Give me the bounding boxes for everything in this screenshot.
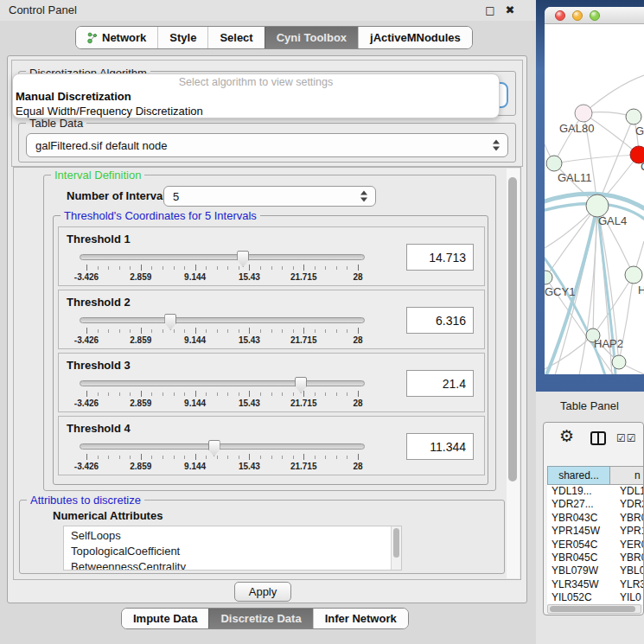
slider-tick-label: -3.426 bbox=[74, 335, 99, 345]
intervals-combo-value: 5 bbox=[173, 187, 179, 206]
tab-discretize-data[interactable]: Discretize Data bbox=[208, 609, 312, 628]
network-node-gcy1[interactable] bbox=[545, 271, 552, 284]
slider-tick-label: 9.144 bbox=[184, 399, 206, 408]
close-icon[interactable]: ✖ bbox=[502, 3, 518, 18]
tick-mark bbox=[206, 266, 207, 270]
slider-track[interactable] bbox=[80, 317, 365, 323]
tick-mark bbox=[239, 329, 239, 333]
table-row[interactable]: YDR27...YDR2 bbox=[547, 498, 644, 511]
tick-mark bbox=[260, 456, 261, 459]
table-row[interactable]: YDL19...YDL1 bbox=[547, 485, 644, 498]
table-row[interactable]: YLR345WYLR3 bbox=[547, 578, 644, 591]
network-node-ga[interactable] bbox=[626, 109, 641, 124]
attribute-item-betweennesscentrality[interactable]: BetweennessCentrality bbox=[64, 559, 401, 571]
column-header-shared-name[interactable]: shared... bbox=[547, 466, 610, 485]
threshold-value-input[interactable] bbox=[406, 370, 474, 397]
tab-jactivemnodules[interactable]: jActiveMNodules bbox=[358, 27, 472, 48]
table-row[interactable]: YIL052CYIL0 bbox=[547, 591, 644, 604]
attribute-item-topologicalcoefficient[interactable]: TopologicalCoefficient bbox=[64, 544, 401, 559]
node-table: ⚙ ☑☑ shared... n YDL19...YDL1YDR27...YDR… bbox=[543, 422, 644, 615]
network-view-window: GAL80GACGAL11GAL4GCY1HHAP2 bbox=[536, 0, 644, 392]
horizontal-scrollbar[interactable] bbox=[547, 604, 641, 614]
slider-track[interactable] bbox=[80, 254, 365, 260]
tab-impute-data[interactable]: Impute Data bbox=[122, 609, 208, 628]
tab-style[interactable]: Style bbox=[157, 27, 207, 48]
slider-tick-label: 15.43 bbox=[239, 399, 260, 408]
table-row[interactable]: YER054CYER0 bbox=[547, 539, 644, 552]
combo-stepper-icon[interactable] bbox=[493, 140, 501, 151]
group-title: Attributes to discretize bbox=[27, 494, 144, 507]
network-node-label: GA bbox=[635, 124, 644, 137]
apply-button[interactable]: Apply bbox=[234, 582, 291, 602]
tab-cyni-toolbox[interactable]: Cyni Toolbox bbox=[265, 27, 358, 48]
vertical-scrollbar[interactable] bbox=[507, 169, 520, 578]
scrollbar-thumb[interactable] bbox=[550, 606, 635, 612]
threshold-value-input[interactable] bbox=[406, 244, 474, 271]
table-row[interactable]: YBL079WYBL0 bbox=[547, 564, 644, 577]
table-row[interactable]: YBR043CYBR0 bbox=[547, 512, 644, 525]
table-row[interactable]: YPR145WYPR1 bbox=[547, 525, 644, 538]
network-edge bbox=[583, 75, 644, 113]
tick-mark bbox=[217, 266, 218, 270]
tick-mark bbox=[293, 456, 294, 459]
tab-infer-network[interactable]: Infer Network bbox=[313, 609, 408, 628]
dropdown-option-manual-discretization[interactable]: Manual Discretization bbox=[13, 90, 499, 105]
threshold-value-input[interactable] bbox=[406, 307, 474, 334]
split-columns-icon[interactable] bbox=[590, 431, 606, 445]
network-node-gal80[interactable] bbox=[575, 105, 592, 122]
slider-tick-labels: -3.4262.8599.14415.4321.71528 bbox=[80, 335, 365, 346]
slider-track[interactable] bbox=[80, 380, 365, 386]
float-window-icon[interactable]: □ bbox=[482, 3, 498, 18]
table-cell-shared-name: YDR27... bbox=[547, 498, 610, 511]
network-window-titlebar[interactable] bbox=[545, 7, 644, 24]
tick-mark bbox=[303, 328, 304, 334]
column-checkboxes-icon[interactable]: ☑☑ bbox=[616, 432, 637, 444]
slider-ticks bbox=[80, 454, 365, 461]
threshold-value-input[interactable] bbox=[406, 433, 474, 460]
network-node-unlabeled[interactable] bbox=[612, 355, 626, 369]
minimize-window-button[interactable] bbox=[572, 10, 583, 21]
network-canvas[interactable]: GAL80GACGAL11GAL4GCY1HHAP2 bbox=[545, 25, 644, 374]
tick-mark bbox=[141, 265, 142, 271]
table-cell-name: YPR1 bbox=[610, 525, 644, 538]
combo-stepper-icon[interactable] bbox=[360, 191, 368, 202]
table-header-row: shared... n bbox=[547, 466, 644, 485]
attributes-list[interactable]: SelfLoopsTopologicalCoefficientBetweenne… bbox=[63, 526, 402, 571]
tick-mark bbox=[282, 392, 283, 396]
threshold-panel: Threshold 2 -3.4262.8599.14415.4321.7152… bbox=[58, 290, 485, 349]
tick-mark bbox=[293, 329, 294, 333]
table-data-combo-value: galFiltered.sif default node bbox=[35, 134, 167, 156]
table-panel: Table Panel ⚙ ☑☑ shared... n YDL19...YDL… bbox=[536, 392, 644, 644]
tick-mark bbox=[325, 329, 326, 333]
settings-gear-icon[interactable]: ⚙ bbox=[559, 428, 574, 444]
settings-scroll-pane: Interval Definition Number of Intervals … bbox=[13, 167, 521, 580]
scrollbar-thumb[interactable] bbox=[393, 528, 399, 558]
network-node-gal11[interactable] bbox=[546, 156, 562, 171]
tab-network[interactable]: Network bbox=[76, 27, 157, 48]
column-header-name[interactable]: n bbox=[610, 466, 644, 485]
close-window-button[interactable] bbox=[555, 10, 565, 21]
threshold-label: Threshold 2 bbox=[67, 296, 131, 309]
tick-mark bbox=[315, 266, 316, 270]
list-scrollbar[interactable] bbox=[391, 526, 401, 570]
slider-track[interactable] bbox=[80, 443, 365, 450]
number-of-intervals-combo[interactable]: 5 bbox=[163, 186, 376, 207]
table-row[interactable]: YBR045CYBR0 bbox=[547, 552, 644, 564]
tick-mark bbox=[227, 392, 228, 396]
table-panel-title: Table Panel bbox=[560, 399, 619, 412]
tick-mark bbox=[325, 266, 326, 270]
dropdown-option-equal-width-frequency[interactable]: Equal Width/Frequency Discretization bbox=[13, 105, 499, 119]
scrollbar-thumb[interactable] bbox=[508, 177, 517, 481]
slider-tick-label: -3.426 bbox=[74, 272, 99, 282]
attribute-item-selfloops[interactable]: SelfLoops bbox=[64, 528, 401, 544]
tick-mark bbox=[239, 392, 239, 396]
tick-mark bbox=[282, 266, 283, 270]
table-data-combo[interactable]: galFiltered.sif default node bbox=[26, 133, 508, 157]
tick-mark bbox=[347, 329, 348, 333]
group-title: Threshold's Coordinates for 5 Intervals bbox=[61, 209, 260, 222]
slider-tick-label: 21.715 bbox=[290, 462, 317, 471]
tab-select[interactable]: Select bbox=[207, 27, 264, 48]
network-node-h[interactable] bbox=[625, 266, 642, 284]
tick-mark bbox=[163, 329, 163, 333]
zoom-window-button[interactable] bbox=[590, 10, 600, 21]
